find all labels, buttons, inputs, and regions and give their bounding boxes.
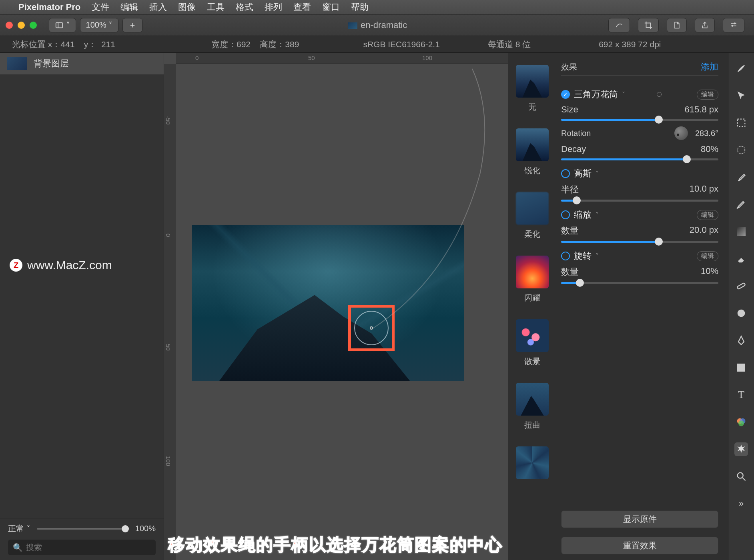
effect-handle[interactable] (354, 311, 389, 345)
dimensions-label: 692 x 389 72 dpi (599, 40, 661, 49)
effect-handle-highlight (348, 305, 395, 351)
brush-tool-icon[interactable] (734, 62, 748, 75)
menu-edit[interactable]: 编辑 (120, 1, 138, 13)
opacity-slider[interactable] (37, 528, 129, 530)
new-doc-button[interactable] (667, 18, 687, 32)
pen-tool-icon[interactable] (734, 334, 748, 347)
share-button[interactable] (695, 18, 715, 32)
menu-insert[interactable]: 插入 (149, 1, 167, 13)
zoom-dropdown[interactable]: 100% ˅ (80, 18, 119, 32)
param-label: Decay (561, 144, 586, 154)
document-title: en-dramatic (146, 20, 608, 30)
paint-brush-icon[interactable] (734, 198, 748, 211)
search-icon: 🔍 (13, 543, 23, 552)
param-slider[interactable] (561, 241, 718, 243)
layer-search-input[interactable]: 🔍 搜索 (8, 540, 156, 555)
layer-name: 背景图层 (34, 58, 69, 70)
menu-help[interactable]: 帮助 (351, 1, 369, 13)
watermark-icon: Z (10, 259, 22, 272)
param-value: 615.8 px (685, 104, 718, 115)
magic-wand-icon[interactable] (734, 143, 748, 157)
menu-file[interactable]: 文件 (92, 1, 109, 13)
add-effect-button[interactable]: 添加 (701, 61, 718, 73)
edit-effect-button[interactable]: 编辑 (697, 90, 718, 100)
settings-button[interactable] (723, 18, 744, 32)
effect-name[interactable]: 旋转 (574, 250, 592, 262)
gradient-icon[interactable] (734, 225, 748, 238)
blend-mode-dropdown[interactable]: 正常 ˅ (8, 523, 30, 534)
chevron-down-icon[interactable]: ˅ (596, 211, 599, 219)
preset-bokeh[interactable]: 散景 (516, 319, 549, 367)
effects-panel: 效果 添加 ✓三角万花筒 ˅编辑Size615.8 pxRotation283.… (556, 53, 728, 560)
add-button[interactable]: ＋ (122, 18, 142, 32)
layer-thumbnail (7, 57, 27, 70)
effect-name[interactable]: 缩放 (574, 209, 592, 221)
svg-point-3 (734, 23, 736, 24)
preset-sharpen[interactable]: 锐化 (516, 128, 549, 176)
text-tool-icon[interactable]: T (734, 388, 748, 402)
layer-item-background[interactable]: 背景图层 (0, 53, 164, 74)
menu-image[interactable]: 图像 (178, 1, 196, 13)
preset-soften[interactable]: 柔化 (516, 192, 549, 240)
menu-view[interactable]: 查看 (293, 1, 311, 13)
show-original-button[interactable]: 显示原件 (561, 510, 718, 528)
chevron-down-icon[interactable]: ˅ (622, 91, 625, 98)
rotation-dial[interactable] (674, 126, 688, 140)
chevron-down-icon[interactable]: ˅ (596, 252, 599, 260)
zoom-tool-icon[interactable] (734, 470, 748, 483)
effect-visibility-dot[interactable] (657, 92, 662, 97)
reset-effects-button[interactable]: 重置效果 (561, 537, 718, 554)
app-name[interactable]: Pixelmator Pro (18, 2, 80, 12)
crop-button[interactable] (638, 18, 659, 32)
effect-toggle[interactable] (561, 169, 570, 178)
canvas-area[interactable]: 0 50 100 -50 0 50 100 150 (164, 53, 508, 560)
preset-none[interactable]: 无 (516, 65, 549, 112)
param-value: 283.6° (695, 129, 718, 138)
document-canvas[interactable] (192, 225, 464, 381)
param-value: 80% (701, 144, 718, 154)
sidebar-toggle-button[interactable]: ˅ (49, 18, 76, 32)
menu-tools[interactable]: 工具 (207, 1, 225, 13)
info-bar: 光标位置 x：441 y： 211 宽度：692 高度：389 sRGB IEC… (0, 36, 754, 53)
preset-twist[interactable]: 扭曲 (516, 383, 549, 430)
ruler-horizontal: 0 50 100 (176, 53, 508, 64)
cursor-y: 211 (101, 40, 115, 49)
effects-tool-icon[interactable] (734, 442, 748, 456)
preset-flare[interactable]: 闪耀 (516, 256, 549, 303)
param-slider[interactable] (561, 282, 718, 284)
eyedropper-icon[interactable] (734, 170, 748, 184)
system-menubar: Pixelmator Pro 文件 编辑 插入 图像 工具 格式 排列 查看 窗… (0, 0, 754, 14)
effects-preset-strip: 无 锐化 柔化 闪耀 散景 扭曲 (508, 53, 556, 560)
svg-point-13 (738, 473, 743, 478)
minimize-icon[interactable] (18, 22, 25, 29)
menu-format[interactable]: 格式 (236, 1, 253, 13)
effect-toggle[interactable] (561, 252, 570, 260)
eraser-icon[interactable] (734, 252, 748, 266)
more-tools-icon[interactable]: » (734, 497, 748, 510)
shape-tool-icon[interactable] (734, 361, 748, 374)
svg-line-14 (743, 478, 746, 481)
effect-toggle[interactable] (561, 210, 570, 219)
param-slider[interactable] (561, 200, 718, 202)
menu-arrange[interactable]: 排列 (265, 1, 282, 13)
color-picker-button[interactable] (608, 18, 630, 32)
edit-effect-button[interactable]: 编辑 (697, 210, 718, 220)
fullscreen-icon[interactable] (30, 22, 37, 29)
effect-name[interactable]: 三角万花筒 (574, 88, 618, 100)
param-value: 10.0 px (690, 184, 718, 196)
close-icon[interactable] (6, 22, 13, 29)
arrow-tool-icon[interactable] (734, 89, 748, 102)
effect-name[interactable]: 高斯 (574, 168, 592, 180)
param-slider[interactable] (561, 119, 718, 121)
param-label: 数量 (561, 266, 579, 278)
color-adjust-icon[interactable] (734, 415, 748, 429)
edit-effect-button[interactable]: 编辑 (697, 251, 718, 261)
effect-toggle[interactable]: ✓ (561, 90, 570, 99)
smudge-icon[interactable] (734, 306, 748, 320)
preset-kaleidoscope[interactable] (516, 446, 549, 479)
marquee-tool-icon[interactable] (734, 116, 748, 130)
chevron-down-icon[interactable]: ˅ (596, 170, 599, 178)
menu-window[interactable]: 窗口 (322, 1, 340, 13)
bandage-icon[interactable] (734, 279, 748, 293)
param-slider[interactable] (561, 158, 718, 160)
